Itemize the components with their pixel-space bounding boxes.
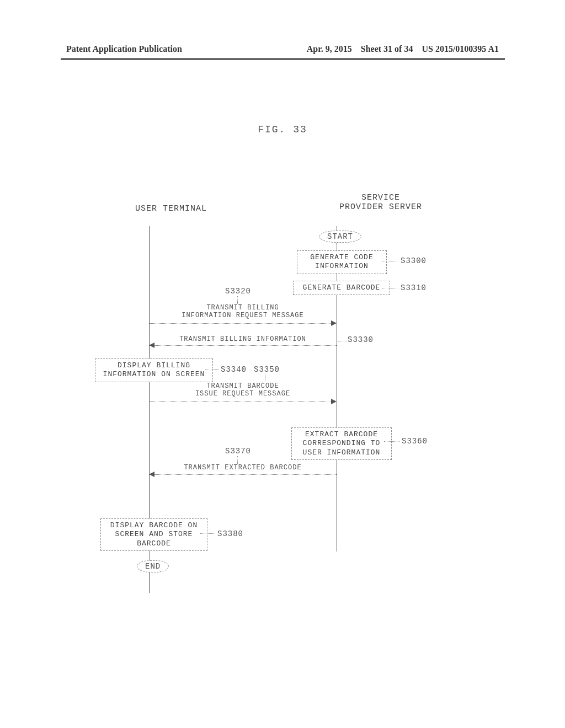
- arrow-line: [150, 402, 332, 402]
- leader-line: [237, 296, 238, 304]
- header-right: Apr. 9, 2015 Sheet 31 of 34 US 2015/0100…: [300, 44, 499, 54]
- ref-s3300: S3300: [401, 256, 427, 265]
- connector: [149, 550, 150, 560]
- leader-line: [265, 374, 265, 382]
- leader-line: [200, 533, 215, 534]
- ref-s3360: S3360: [402, 437, 428, 446]
- leader-line: [384, 441, 399, 442]
- arrow-right-icon: [331, 399, 337, 404]
- step-extract-barcode: EXTRACT BARCODE CORRESPONDING TO USER IN…: [291, 427, 392, 460]
- step-generate-barcode: GENERATE BARCODE: [293, 281, 390, 295]
- arrow-line: [150, 323, 332, 324]
- leader-line: [382, 261, 398, 261]
- header-pubno: US 2015/0100395 A1: [422, 44, 499, 53]
- leader-line: [382, 288, 398, 288]
- arrow-line: [154, 345, 337, 346]
- step-display-billing: DISPLAY BILLING INFORMATION ON SCREEN: [95, 358, 213, 382]
- ref-s3310: S3310: [401, 283, 427, 292]
- arrow-line: [154, 474, 337, 475]
- diagram-stage: USER TERMINAL SERVICE PROVIDER SERVER ST…: [88, 193, 475, 601]
- lane-label-service-provider: SERVICE PROVIDER SERVER: [309, 193, 452, 212]
- ref-s3380: S3380: [217, 529, 243, 538]
- ref-s3370: S3370: [225, 447, 251, 456]
- arrow-left-icon: [149, 342, 154, 348]
- ref-s3320: S3320: [225, 287, 251, 296]
- ref-s3330: S3330: [348, 335, 374, 344]
- leader-line: [337, 341, 347, 341]
- ref-s3340: S3340: [221, 365, 247, 374]
- msg-transmit-extracted-barcode: TRANSMIT EXTRACTED BARCODE: [160, 464, 326, 472]
- arrow-right-icon: [331, 320, 337, 326]
- leader-line: [237, 456, 238, 464]
- step-display-store-barcode: DISPLAY BARCODE ON SCREEN AND STORE BARC…: [100, 518, 207, 551]
- header-date: Apr. 9, 2015: [307, 44, 352, 53]
- lane-label-user-terminal: USER TERMINAL: [116, 204, 226, 213]
- arrow-left-icon: [149, 472, 154, 477]
- terminal-start: START: [319, 231, 361, 243]
- connector: [337, 244, 337, 250]
- terminal-end: END: [137, 560, 169, 572]
- page-header: Patent Application Publication Apr. 9, 2…: [0, 44, 565, 54]
- header-left: Patent Application Publication: [66, 44, 182, 54]
- msg-transmit-billing-info: TRANSMIT BILLING INFORMATION: [160, 335, 326, 343]
- msg-transmit-billing-request: TRANSMIT BILLING INFORMATION REQUEST MES…: [160, 304, 326, 319]
- figure-title: FIG. 33: [0, 124, 565, 135]
- step-generate-code-info: GENERATE CODE INFORMATION: [297, 250, 387, 274]
- msg-transmit-barcode-request: TRANSMIT BARCODE ISSUE REQUEST MESSAGE: [160, 382, 326, 398]
- ref-s3350: S3350: [254, 365, 280, 374]
- header-rule: [61, 58, 505, 60]
- header-sheet: Sheet 31 of 34: [361, 44, 413, 53]
- connector: [337, 273, 337, 281]
- leader-line: [205, 370, 219, 370]
